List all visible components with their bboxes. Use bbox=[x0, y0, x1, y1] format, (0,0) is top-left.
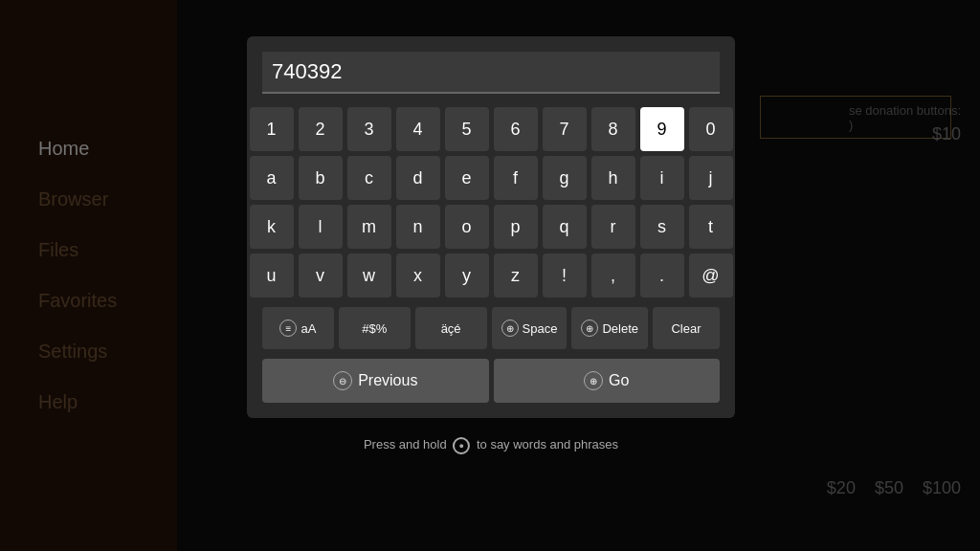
key-3[interactable]: 3 bbox=[347, 107, 391, 151]
circle-icon: ≡ bbox=[279, 320, 297, 337]
key-9[interactable]: 9 bbox=[640, 107, 684, 151]
circle-icon-go: ⊕ bbox=[584, 371, 603, 390]
key-1[interactable]: 1 bbox=[250, 107, 294, 151]
key-k[interactable]: k bbox=[250, 205, 294, 249]
special-row: ≡ aA #$% äçé ⊕ Space ⊕ Delete Clear bbox=[262, 307, 720, 349]
key-w[interactable]: w bbox=[347, 253, 391, 298]
key-exclaim[interactable]: ! bbox=[543, 253, 587, 298]
key-p[interactable]: p bbox=[494, 205, 538, 249]
key-case-toggle[interactable]: ≡ aA bbox=[262, 307, 334, 349]
previous-label: Previous bbox=[358, 372, 417, 389]
voice-hint-circle-icon: ● bbox=[453, 437, 470, 454]
circle-icon-space: ⊕ bbox=[501, 320, 519, 337]
key-4[interactable]: 4 bbox=[396, 107, 440, 151]
key-d[interactable]: d bbox=[396, 156, 440, 200]
key-q[interactable]: q bbox=[543, 205, 587, 249]
row-u-at: u v w x y z ! , . @ bbox=[262, 253, 720, 298]
key-a[interactable]: a bbox=[250, 156, 294, 200]
key-6[interactable]: 6 bbox=[494, 107, 538, 151]
key-8[interactable]: 8 bbox=[591, 107, 635, 151]
key-y[interactable]: y bbox=[445, 253, 489, 298]
key-clear[interactable]: Clear bbox=[653, 307, 720, 349]
key-j[interactable]: j bbox=[689, 156, 733, 200]
key-h[interactable]: h bbox=[591, 156, 635, 200]
keyboard-dialog: 740392 1 2 3 4 5 6 7 8 9 0 a b c d e f g… bbox=[247, 36, 735, 418]
key-5[interactable]: 5 bbox=[445, 107, 489, 151]
key-7[interactable]: 7 bbox=[543, 107, 587, 151]
key-at[interactable]: @ bbox=[689, 253, 733, 298]
key-accents[interactable]: äçé bbox=[415, 307, 487, 349]
go-button[interactable]: ⊕ Go bbox=[494, 359, 721, 403]
key-u[interactable]: u bbox=[250, 253, 294, 298]
key-2[interactable]: 2 bbox=[299, 107, 343, 151]
text-input-display[interactable]: 740392 bbox=[262, 52, 720, 94]
row-k-t: k l m n o p q r s t bbox=[262, 205, 720, 249]
key-e[interactable]: e bbox=[445, 156, 489, 200]
key-m[interactable]: m bbox=[347, 205, 391, 249]
key-v[interactable]: v bbox=[299, 253, 343, 298]
go-label: Go bbox=[609, 372, 629, 389]
previous-button[interactable]: ⊖ Previous bbox=[262, 359, 489, 403]
key-symbols[interactable]: #$% bbox=[339, 307, 411, 349]
key-0[interactable]: 0 bbox=[689, 107, 733, 151]
key-g[interactable]: g bbox=[543, 156, 587, 200]
key-f[interactable]: f bbox=[494, 156, 538, 200]
row-a-j: a b c d e f g h i j bbox=[262, 156, 720, 200]
key-i[interactable]: i bbox=[640, 156, 684, 200]
circle-icon-delete: ⊕ bbox=[581, 320, 598, 337]
nav-row: ⊖ Previous ⊕ Go bbox=[262, 359, 720, 403]
circle-icon-previous: ⊖ bbox=[333, 371, 352, 390]
key-n[interactable]: n bbox=[396, 205, 440, 249]
key-c[interactable]: c bbox=[347, 156, 391, 200]
key-delete[interactable]: ⊕ Delete bbox=[571, 307, 648, 349]
key-t[interactable]: t bbox=[689, 205, 733, 249]
key-o[interactable]: o bbox=[445, 205, 489, 249]
key-l[interactable]: l bbox=[299, 205, 343, 249]
key-x[interactable]: x bbox=[396, 253, 440, 298]
key-s[interactable]: s bbox=[640, 205, 684, 249]
key-space[interactable]: ⊕ Space bbox=[492, 307, 568, 349]
number-row: 1 2 3 4 5 6 7 8 9 0 bbox=[262, 107, 720, 151]
key-b[interactable]: b bbox=[299, 156, 343, 200]
keyboard-rows: 1 2 3 4 5 6 7 8 9 0 a b c d e f g h i j … bbox=[262, 107, 720, 403]
key-z[interactable]: z bbox=[494, 253, 538, 298]
key-comma[interactable]: , bbox=[591, 253, 635, 298]
voice-hint-bar: Press and hold ● to say words and phrase… bbox=[364, 437, 618, 454]
key-r[interactable]: r bbox=[591, 205, 635, 249]
key-period[interactable]: . bbox=[640, 253, 684, 298]
